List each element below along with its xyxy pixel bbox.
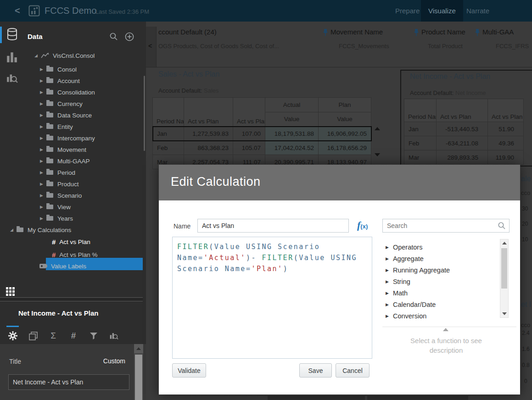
function-list-scrollbar[interactable]: [500, 239, 509, 318]
chevron-right-icon[interactable]: ▶: [386, 291, 389, 295]
title-mode-value[interactable]: Custom: [79, 357, 125, 365]
scrollbar-thumb[interactable]: [501, 248, 507, 289]
function-category-string[interactable]: ▶String: [386, 276, 410, 287]
table-cell[interactable]: Mar: [404, 150, 437, 165]
tree-item-intercompany[interactable]: ▶Intercompany: [40, 133, 95, 144]
tree-item-act-vs-plan[interactable]: # Act vs Plan: [52, 236, 90, 247]
scroll-up-icon[interactable]: [502, 242, 507, 244]
gear-icon[interactable]: [7, 330, 18, 341]
tree-item-act-vs-plan-pct[interactable]: # Act vs Plan %: [52, 249, 98, 260]
chevron-right-icon[interactable]: ▶: [386, 245, 389, 250]
tree-item-viscnsl-consol[interactable]: ◢ VisCnsl.Consol: [34, 50, 95, 61]
chevron-right-icon[interactable]: ▶: [40, 78, 46, 83]
function-category-math[interactable]: ▶Math: [386, 288, 408, 299]
table-scroll-down-icon[interactable]: [375, 153, 380, 156]
collapse-up-icon[interactable]: [443, 328, 448, 331]
filter-movement-value[interactable]: FCCS_Movements: [339, 43, 389, 50]
tree-item-entity[interactable]: ▶Entity: [40, 121, 73, 132]
table-cell[interactable]: Feb: [404, 136, 437, 150]
chevron-right-icon[interactable]: ▶: [40, 124, 46, 129]
function-category-running-aggregate[interactable]: ▶Running Aggregate: [386, 265, 450, 276]
table-scroll-up-icon[interactable]: [375, 127, 380, 130]
tree-item-my-calculations[interactable]: ◢ My Calculations: [10, 224, 71, 235]
chevron-right-icon[interactable]: ▶: [40, 170, 46, 175]
table-row-feb[interactable]: Feb -634,211.08 49.36: [404, 136, 524, 150]
chevron-right-icon[interactable]: ▶: [40, 205, 46, 209]
tree-item-product[interactable]: ▶Product: [40, 178, 79, 189]
table-row-feb[interactable]: Feb 863,368.23 105.07 17,042,024.52 16,1…: [153, 141, 371, 155]
table-row-jan[interactable]: Jan 1,272,539.83 107.00 18,179,531.88 16…: [153, 127, 371, 141]
pin-icon[interactable]: [323, 29, 328, 38]
analytics-icon[interactable]: [6, 72, 19, 85]
chevron-expanded-icon[interactable]: ◢: [10, 228, 17, 232]
tree-item-consol[interactable]: ▶Consol: [40, 64, 77, 75]
function-category-conversion[interactable]: ▶Conversion: [386, 311, 426, 322]
scroll-down-icon[interactable]: [502, 312, 507, 315]
table-cell[interactable]: -513,440.53: [437, 122, 488, 136]
visualizations-icon[interactable]: [6, 51, 19, 64]
function-category-calendar-date[interactable]: ▶Calendar/Date: [386, 299, 436, 310]
filter-product-value[interactable]: Total Product: [428, 43, 463, 50]
table-cell[interactable]: Jan: [153, 127, 184, 141]
filter-account-default[interactable]: ccount Default (24): [158, 28, 217, 36]
tree-item-consolidation[interactable]: ▶Consolidation: [40, 87, 95, 98]
function-category-aggregate[interactable]: ▶Aggregate: [386, 253, 424, 264]
tree-item-movement[interactable]: ▶Movement: [40, 144, 86, 155]
sigma-icon[interactable]: Σ: [48, 330, 59, 341]
table-cell[interactable]: 863,368.23: [184, 141, 233, 155]
table-cell[interactable]: 17,042,024.52: [265, 141, 319, 155]
function-search-input[interactable]: [382, 219, 510, 233]
chevron-right-icon[interactable]: ▶: [40, 90, 46, 94]
scrollbar-thumb[interactable]: [135, 355, 142, 400]
data-icon[interactable]: [6, 28, 19, 40]
filter-multi-gaap[interactable]: Multi-GAA: [482, 28, 514, 36]
chevron-expanded-icon[interactable]: ◢: [34, 53, 41, 58]
pin-icon[interactable]: [414, 29, 419, 38]
net-income-visual-title[interactable]: Net Income - Act vs Plan: [410, 72, 490, 81]
tree-item-currency[interactable]: ▶Currency: [40, 98, 83, 109]
table-cell[interactable]: -634,211.08: [437, 136, 488, 150]
table-cell[interactable]: 49.36: [488, 136, 524, 150]
panel-divider[interactable]: [0, 297, 143, 301]
cancel-button[interactable]: Cancel: [336, 363, 370, 378]
save-button[interactable]: Save: [299, 363, 332, 378]
table-cell[interactable]: 1,272,539.83: [184, 127, 233, 141]
tab-narrate[interactable]: Narrate: [459, 0, 497, 22]
chevron-right-icon[interactable]: ▶: [386, 256, 389, 261]
tree-item-account[interactable]: ▶Account: [40, 75, 80, 86]
chevron-right-icon[interactable]: ▶: [386, 302, 389, 307]
table-cell[interactable]: Feb: [153, 141, 184, 155]
table-cell[interactable]: 51.90: [488, 122, 524, 136]
pin-icon[interactable]: [475, 29, 480, 38]
table-cell[interactable]: 16,906,992.05: [319, 127, 371, 141]
chevron-right-icon[interactable]: ▶: [386, 314, 389, 318]
chevron-right-icon[interactable]: ▶: [40, 101, 46, 106]
chevron-right-icon[interactable]: ▶: [40, 113, 46, 117]
tab-visualize[interactable]: Visualize: [421, 0, 463, 22]
analytics-icon[interactable]: [108, 330, 119, 341]
chevron-right-icon[interactable]: ▶: [386, 268, 389, 272]
chevron-right-icon[interactable]: ▶: [40, 216, 46, 221]
chevron-right-icon[interactable]: ▶: [40, 159, 46, 163]
filter-product-name[interactable]: Product Name: [421, 28, 465, 36]
table-cell[interactable]: Jan: [404, 122, 437, 136]
tree-item-multi-gaap[interactable]: ▶Multi-GAAP: [40, 156, 90, 167]
sales-visual-title[interactable]: Sales - Act vs Plan: [158, 70, 219, 78]
filter-account-default-value[interactable]: OGS Products, Cost of Goods Sold, Cost o…: [158, 43, 279, 50]
table-cell[interactable]: 289,893.35: [437, 150, 488, 165]
validate-button[interactable]: Validate: [172, 363, 206, 378]
add-icon[interactable]: [125, 32, 134, 43]
table-cell[interactable]: 107.00: [233, 127, 265, 141]
frames-icon[interactable]: [28, 330, 39, 341]
chevron-right-icon[interactable]: ▶: [40, 136, 46, 140]
filter-icon[interactable]: [88, 330, 99, 341]
table-cell[interactable]: 105.07: [233, 141, 265, 155]
chevron-right-icon[interactable]: ▶: [40, 147, 46, 152]
table-cell[interactable]: 16,178,656.29: [319, 141, 371, 155]
scroll-up-arrow[interactable]: [134, 344, 143, 353]
chevron-right-icon[interactable]: ▶: [40, 182, 46, 186]
tree-item-view[interactable]: ▶View: [40, 201, 71, 212]
tree-item-value-labels[interactable]: Value Labels: [39, 261, 86, 272]
chevron-right-icon[interactable]: ▶: [40, 67, 46, 72]
search-icon[interactable]: [498, 222, 506, 232]
